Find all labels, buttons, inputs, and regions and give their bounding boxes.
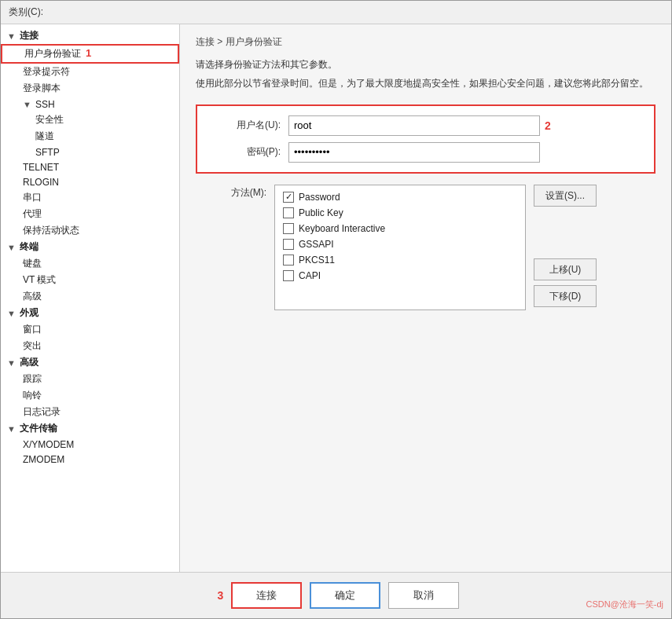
toggle-zhong-duan[interactable]: ▼ [7, 243, 18, 252]
sidebar: ▼连接用户身份验证1登录提示符登录脚本▼SSH安全性隧道SFTPTELNETRL… [1, 24, 180, 572]
password-label: 密码(P): [210, 145, 281, 159]
checkbox-keyboard-interactive[interactable] [283, 223, 294, 234]
password-row: 密码(P): [210, 142, 641, 163]
checkbox-public-key[interactable] [283, 207, 294, 218]
sidebar-item-deng-lu-jiao-ben[interactable]: 登录脚本 [1, 80, 179, 97]
desc1: 请选择身份验证方法和其它参数。 [196, 57, 655, 72]
sidebar-label-xiang-ling: 响铃 [23, 390, 42, 401]
method-label-keyboard-interactive: Keyboard Interactive [299, 223, 385, 234]
sidebar-item-zmodem[interactable]: ZMODEM [1, 452, 179, 467]
ok-button[interactable]: 确定 [310, 582, 380, 609]
sidebar-item-tu-chu[interactable]: 突出 [1, 338, 179, 354]
toggle-wai-guan[interactable]: ▼ [7, 309, 18, 318]
sidebar-item-an-quan-xing[interactable]: 安全性 [1, 112, 179, 128]
method-label-password: Password [299, 192, 340, 203]
sidebar-item-gao-ji[interactable]: ▼高级 [1, 354, 179, 371]
sidebar-item-rlogin[interactable]: RLOGIN [1, 174, 179, 189]
breadcrumb: 连接 > 用户身份验证 [196, 35, 655, 49]
method-item-gssapi[interactable]: GSSAPI [283, 239, 517, 250]
toggle-lian-jie[interactable]: ▼ [7, 31, 18, 41]
sidebar-label-dai-li: 代理 [23, 208, 42, 219]
sidebar-item-wen-jian-chuan-shu[interactable]: ▼文件传输 [1, 420, 179, 437]
sidebar-item-xiang-ling[interactable]: 响铃 [1, 387, 179, 404]
sidebar-item-ssh[interactable]: ▼SSH [1, 97, 179, 112]
sidebar-label-ssh: SSH [35, 99, 55, 110]
sidebar-label-yong-hu-shen-fen: 用户身份验证 [24, 48, 81, 59]
sidebar-label-wen-jian-chuan-shu: 文件传输 [20, 422, 57, 435]
sidebar-item-bao-chi-huo-dong[interactable]: 保持活动状态 [1, 222, 179, 239]
sidebar-item-deng-lu-ti-shi[interactable]: 登录提示符 [1, 64, 179, 80]
method-item-pkcs11[interactable]: PKCS11 [283, 255, 517, 266]
method-list-area: PasswordPublic KeyKeyboard InteractiveGS… [274, 185, 597, 310]
move-up-button[interactable]: 上移(U) [534, 258, 597, 280]
sidebar-item-chuan-kou[interactable]: 串口 [1, 189, 179, 206]
sidebar-item-jian-pan[interactable]: 键盘 [1, 255, 179, 272]
bottom-bar: 3 连接 确定 取消 [1, 572, 671, 618]
method-label-public-key: Public Key [299, 207, 343, 218]
sidebar-item-lian-jie[interactable]: ▼连接 [1, 27, 179, 44]
checkbox-password[interactable] [283, 192, 294, 203]
move-down-button[interactable]: 下移(D) [534, 285, 597, 307]
checkbox-gssapi[interactable] [283, 239, 294, 250]
sidebar-label-chuang-kou: 窗口 [23, 324, 42, 335]
sidebar-item-xy-modem[interactable]: X/YMODEM [1, 437, 179, 452]
username-label: 用户名(U): [210, 119, 281, 132]
method-label-pkcs11: PKCS11 [299, 255, 335, 266]
sidebar-label-zhong-duan: 终端 [20, 240, 39, 254]
sidebar-item-vt-mo-shi[interactable]: VT 模式 [1, 272, 179, 288]
method-item-keyboard-interactive[interactable]: Keyboard Interactive [283, 223, 517, 234]
sidebar-label-wai-guan: 外观 [20, 306, 39, 320]
method-buttons: 设置(S)... 上移(U) 下移(D) [534, 185, 597, 307]
sidebar-item-sui-dao[interactable]: 隧道 [1, 128, 179, 145]
sidebar-label-telnet: TELNET [23, 162, 59, 173]
method-row: 方法(M): PasswordPublic KeyKeyboard Intera… [196, 185, 655, 310]
cancel-button[interactable]: 取消 [388, 582, 459, 609]
method-item-password[interactable]: Password [283, 192, 517, 203]
sidebar-label-chuan-kou: 串口 [23, 192, 42, 203]
sidebar-label-bao-chi-huo-dong: 保持活动状态 [23, 225, 79, 236]
sidebar-label-ri-zhi-ji-lu: 日志记录 [23, 406, 61, 417]
sidebar-item-wai-guan[interactable]: ▼外观 [1, 305, 179, 321]
main-content: 连接 > 用户身份验证 请选择身份验证方法和其它参数。 使用此部分以节省登录时间… [180, 24, 671, 572]
method-item-capi[interactable]: CAPI [283, 270, 517, 281]
desc2: 使用此部分以节省登录时间。但是，为了最大限度地提高安全性，如果担心安全问题，建议… [196, 75, 655, 91]
toggle-wen-jian-chuan-shu[interactable]: ▼ [7, 424, 18, 434]
category-label: 类别(C): [9, 6, 43, 17]
main-dialog: 类别(C): ▼连接用户身份验证1登录提示符登录脚本▼SSH安全性隧道SFTPT… [0, 0, 672, 619]
sidebar-label-gao-ji-zd: 高级 [23, 291, 42, 302]
checkbox-pkcs11[interactable] [283, 255, 294, 266]
connect-button[interactable]: 连接 [231, 582, 302, 609]
sidebar-label-tu-chu: 突出 [23, 340, 42, 351]
sidebar-item-gen-zong[interactable]: 跟踪 [1, 371, 179, 387]
sidebar-label-an-quan-xing: 安全性 [35, 114, 64, 125]
password-input[interactable] [288, 142, 540, 163]
sidebar-item-sftp[interactable]: SFTP [1, 145, 179, 159]
toggle-ssh[interactable]: ▼ [23, 100, 34, 109]
description: 请选择身份验证方法和其它参数。 使用此部分以节省登录时间。但是，为了最大限度地提… [196, 57, 655, 92]
toggle-gao-ji[interactable]: ▼ [7, 358, 18, 368]
badge2: 2 [545, 119, 551, 132]
method-item-public-key[interactable]: Public Key [283, 207, 517, 218]
sidebar-item-ri-zhi-ji-lu[interactable]: 日志记录 [1, 404, 179, 420]
sidebar-item-dai-li[interactable]: 代理 [1, 206, 179, 222]
checkbox-capi[interactable] [283, 270, 294, 281]
sidebar-item-gao-ji-zd[interactable]: 高级 [1, 288, 179, 305]
method-label: 方法(M): [196, 185, 266, 200]
sidebar-label-xy-modem: X/YMODEM [23, 439, 74, 450]
sidebar-item-yong-hu-shen-fen[interactable]: 用户身份验证1 [1, 44, 179, 64]
title-bar: 类别(C): [1, 1, 671, 24]
sidebar-label-deng-lu-jiao-ben: 登录脚本 [23, 82, 61, 93]
sidebar-label-deng-lu-ti-shi: 登录提示符 [23, 66, 70, 77]
settings-button[interactable]: 设置(S)... [534, 185, 597, 207]
sidebar-label-jian-pan: 键盘 [23, 258, 42, 269]
username-row: 用户名(U): 2 [210, 115, 641, 136]
sidebar-label-sui-dao: 隧道 [35, 130, 54, 141]
username-input[interactable] [288, 115, 540, 136]
sidebar-label-zmodem: ZMODEM [23, 454, 64, 465]
sidebar-item-zhong-duan[interactable]: ▼终端 [1, 239, 179, 255]
sidebar-item-telnet[interactable]: TELNET [1, 159, 179, 174]
badge1: 1 [86, 47, 91, 59]
watermark: CSDN@沧海一笑-dj [586, 599, 663, 610]
sidebar-item-chuang-kou[interactable]: 窗口 [1, 321, 179, 338]
sidebar-label-gao-ji: 高级 [20, 356, 39, 369]
